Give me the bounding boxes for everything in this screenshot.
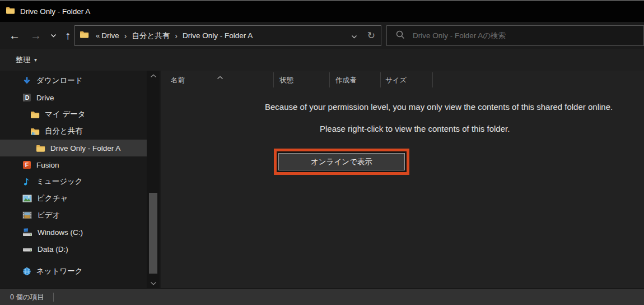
column-separator[interactable] [329, 72, 330, 87]
breadcrumb-item-current[interactable]: Drive Only - Folder A [183, 31, 253, 40]
sidebar-item-label: Drive [36, 94, 54, 102]
music-icon [22, 177, 31, 186]
up-button[interactable]: ↑ [59, 22, 76, 49]
status-divider [53, 293, 54, 302]
shared-folder-icon [30, 127, 40, 136]
scroll-up-icon[interactable] [147, 71, 160, 81]
sidebar-item-videos[interactable]: ビデオ [0, 207, 147, 224]
sidebar-item-data-d[interactable]: Data (D:) [0, 241, 147, 257]
column-header-status[interactable]: 状態 [279, 76, 293, 85]
right-click-message: Please right-click to view the contents … [320, 124, 510, 133]
sort-ascending-icon [217, 72, 223, 82]
sidebar-item-downloads[interactable]: ダウンロード [0, 72, 147, 89]
explorer-window: Drive Only - Folder A ← → ↑ « Drive › 自分… [0, 0, 644, 305]
recent-locations-chevron-icon[interactable] [47, 22, 59, 49]
search-box[interactable] [386, 25, 644, 46]
title-bar: Drive Only - Folder A [0, 1, 644, 22]
back-button[interactable]: ← [4, 22, 25, 49]
sidebar-item-my-data[interactable]: マイ データ [0, 106, 147, 123]
breadcrumb-item-shared[interactable]: 自分と共有 [132, 31, 170, 41]
breadcrumb-collapse[interactable]: « [89, 31, 101, 40]
sidebar-item-drive-only-folder-a[interactable]: Drive Only - Folder A [0, 140, 147, 156]
sidebar-item-windows-c[interactable]: Windows (C:) [0, 224, 147, 241]
sidebar-item-music[interactable]: ミュージック [0, 173, 147, 190]
sidebar-item-label: ビデオ [37, 210, 60, 220]
fusion-icon: F [22, 160, 31, 169]
column-header-author[interactable]: 作成者 [335, 76, 357, 85]
status-bar: 0 個の項目 [0, 288, 644, 305]
breadcrumb-separator-icon[interactable]: › [119, 31, 132, 40]
sidebar-item-network[interactable]: ネットワーク [0, 263, 147, 280]
search-icon [396, 30, 405, 41]
forward-button[interactable]: → [26, 22, 46, 49]
scroll-down-icon[interactable] [147, 278, 160, 288]
sidebar-item-label: ピクチャ [37, 193, 68, 204]
windows-drive-icon [22, 228, 32, 237]
permission-message: Because of your permission level, you ma… [265, 102, 613, 112]
sidebar-item-drive[interactable]: D Drive [0, 89, 147, 106]
command-toolbar: 整理 ▾ [0, 49, 644, 71]
content-area: ダウンロード D Drive [0, 71, 644, 288]
folder-icon [6, 6, 15, 17]
column-separator[interactable] [432, 72, 433, 87]
highlight-annotation-box: オンラインで表示 [274, 149, 409, 175]
organize-label: 整理 [16, 55, 30, 65]
scrollbar-thumb[interactable] [149, 193, 157, 274]
breadcrumb-item-drive[interactable]: Drive [101, 31, 119, 40]
folder-icon [30, 110, 40, 119]
data-drive-icon [22, 245, 32, 253]
refresh-icon[interactable]: ↻ [367, 30, 375, 41]
search-input[interactable] [413, 31, 626, 40]
folder-icon [80, 30, 89, 41]
address-dropdown-chevron-icon[interactable] [351, 31, 357, 41]
drive-app-icon: D [22, 93, 31, 102]
sidebar-item-pictures[interactable]: ピクチャ [0, 190, 147, 207]
organize-button[interactable]: 整理 ▾ [16, 55, 37, 65]
network-icon [22, 267, 31, 276]
column-separator[interactable] [380, 72, 381, 87]
sidebar-item-label: マイ データ [45, 109, 86, 119]
sidebar-item-label: Drive Only - Folder A [50, 144, 120, 152]
sidebar-item-label: ミュージック [36, 177, 83, 187]
sidebar-item-shared-with-me[interactable]: 自分と共有 [0, 123, 147, 140]
address-bar[interactable]: « Drive › 自分と共有 › Drive Only - Folder A … [74, 25, 381, 46]
sidebar-item-label: ダウンロード [36, 76, 83, 86]
svg-text:D: D [25, 94, 30, 101]
sidebar-item-label: Fusion [36, 161, 59, 169]
view-online-button[interactable]: オンラインで表示 [278, 153, 405, 170]
column-header-row: 名前 状態 作成者 サイズ [161, 71, 644, 89]
window-title: Drive Only - Folder A [20, 7, 90, 16]
breadcrumb-separator-icon[interactable]: › [170, 31, 183, 40]
folder-icon [36, 144, 45, 152]
videos-icon [22, 211, 32, 219]
column-header-name[interactable]: 名前 [171, 76, 185, 85]
sidebar-item-label: 自分と共有 [45, 126, 83, 136]
sidebar-item-label: ネットワーク [36, 266, 83, 276]
sidebar-scrollbar[interactable] [147, 71, 160, 288]
dropdown-caret-icon: ▾ [34, 57, 37, 63]
sidebar-item-label: Windows (C:) [38, 228, 83, 237]
navigation-pane: ダウンロード D Drive [0, 71, 161, 288]
downloads-icon [22, 76, 31, 85]
sidebar-item-label: Data (D:) [38, 245, 68, 253]
item-count-label: 0 個の項目 [10, 293, 44, 302]
column-separator[interactable] [273, 72, 274, 87]
navigation-bar: ← → ↑ « Drive › 自分と共有 › Drive Only - Fol… [0, 22, 644, 49]
sidebar-item-fusion[interactable]: F Fusion [0, 156, 147, 173]
svg-text:F: F [25, 161, 29, 168]
column-header-size[interactable]: サイズ [385, 76, 407, 85]
pictures-icon [22, 195, 32, 202]
file-list-pane: 名前 状態 作成者 サイズ Because of your permission… [161, 71, 644, 288]
